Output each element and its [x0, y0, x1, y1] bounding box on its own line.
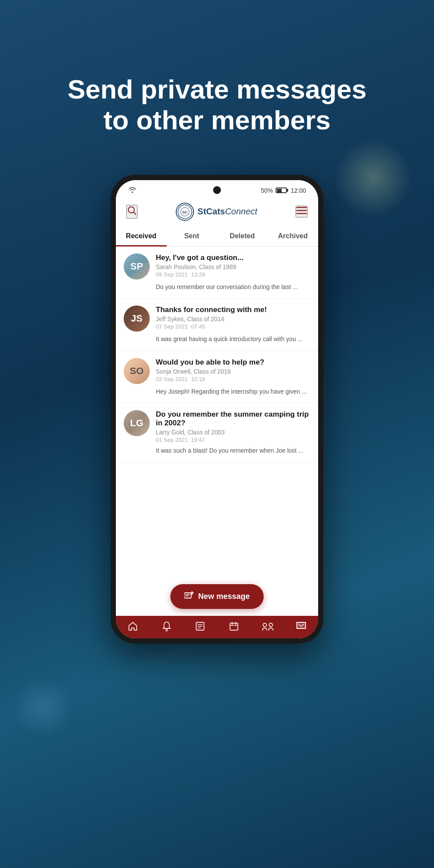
- message-item[interactable]: LG Do you remember the summer camping tr…: [116, 403, 318, 463]
- battery-icon: [276, 187, 288, 193]
- message-item[interactable]: JS Thanks for connecting with me! Jeff S…: [116, 299, 318, 351]
- avatar: JS: [124, 306, 150, 332]
- svg-point-13: [166, 629, 168, 631]
- bottom-navigation: [116, 616, 318, 638]
- message-preview: Hey Joseph! Regarding the internship you…: [124, 388, 310, 396]
- wifi-icon: [128, 186, 137, 195]
- svg-line-1: [134, 212, 136, 214]
- message-subject: Do you remember the summer camping trip …: [156, 410, 310, 427]
- nav-calendar[interactable]: [217, 621, 251, 631]
- status-bar: 50% 12:00: [116, 180, 318, 198]
- app-logo: SC StCatsConnect: [176, 203, 257, 221]
- message-date: 09 Sep 2021 13:28: [156, 271, 310, 278]
- message-item[interactable]: SO Would you be able to help me? Sonja O…: [116, 351, 318, 404]
- message-date: 03 Sep 2021 10:18: [156, 376, 310, 382]
- app-header: SC StCatsConnect: [116, 198, 318, 226]
- message-preview: It was such a blast! Do you remember whe…: [124, 447, 310, 455]
- message-subject: Hey, I've got a question...: [156, 253, 310, 262]
- compose-icon: [184, 591, 194, 602]
- message-sender: Larry Gold, Class of 2003: [156, 429, 310, 436]
- logo-text: StCatsConnect: [197, 207, 257, 217]
- nav-notifications[interactable]: [150, 621, 184, 631]
- message-sender: Sonja Orwell, Class of 2016: [156, 368, 310, 375]
- message-meta: Hey, I've got a question... Sarah Poulso…: [156, 253, 310, 278]
- avatar: SO: [124, 358, 150, 384]
- svg-rect-18: [230, 623, 238, 630]
- tab-sent[interactable]: Sent: [167, 226, 217, 246]
- message-date: 07 Sep 2021 07:45: [156, 323, 310, 330]
- tab-archived[interactable]: Archived: [268, 226, 319, 246]
- message-date: 01 Sep 2021 19:47: [156, 437, 310, 443]
- nav-connect[interactable]: [251, 621, 285, 631]
- hero-title: Send private messages to other members: [65, 74, 369, 136]
- message-meta: Thanks for connecting with me! Jeff Syke…: [156, 306, 310, 330]
- nav-messages[interactable]: [284, 621, 318, 631]
- message-subject: Would you be able to help me?: [156, 358, 310, 367]
- nav-feed[interactable]: [183, 621, 217, 631]
- message-sender: Sarah Poulson, Class of 1989: [156, 263, 310, 270]
- message-meta: Would you be able to help me? Sonja Orwe…: [156, 358, 310, 382]
- messages-list: SP Hey, I've got a question... Sarah Pou…: [116, 247, 318, 616]
- message-tabs: Received Sent Deleted Archived: [116, 226, 318, 247]
- avatar: LG: [124, 410, 150, 436]
- message-preview: It was great having a quick introductory…: [124, 335, 310, 344]
- search-button[interactable]: [126, 205, 138, 219]
- new-message-button[interactable]: New message: [170, 584, 263, 609]
- svg-point-23: [269, 623, 273, 627]
- message-sender: Jeff Sykes, Class of 2014: [156, 316, 310, 322]
- svg-text:SC: SC: [182, 210, 188, 214]
- message-item[interactable]: SP Hey, I've got a question... Sarah Pou…: [116, 247, 318, 299]
- battery-percent: 50%: [261, 187, 273, 194]
- phone-frame: 50% 12:00: [111, 175, 323, 644]
- message-subject: Thanks for connecting with me!: [156, 306, 310, 314]
- svg-rect-8: [184, 593, 191, 598]
- menu-button[interactable]: [296, 206, 308, 217]
- svg-point-22: [263, 623, 266, 627]
- nav-home[interactable]: [116, 621, 150, 631]
- camera-notch: [213, 186, 221, 194]
- phone-screen: 50% 12:00: [116, 180, 318, 638]
- clock: 12:00: [291, 187, 306, 194]
- logo-emblem: SC: [176, 203, 194, 221]
- status-right: 50% 12:00: [261, 187, 306, 194]
- message-preview: Do you remember our conversation during …: [124, 283, 310, 292]
- tab-deleted[interactable]: Deleted: [217, 226, 268, 246]
- tab-received[interactable]: Received: [116, 226, 167, 246]
- avatar: SP: [124, 253, 150, 279]
- new-message-label: New message: [198, 592, 250, 601]
- message-meta: Do you remember the summer camping trip …: [156, 410, 310, 443]
